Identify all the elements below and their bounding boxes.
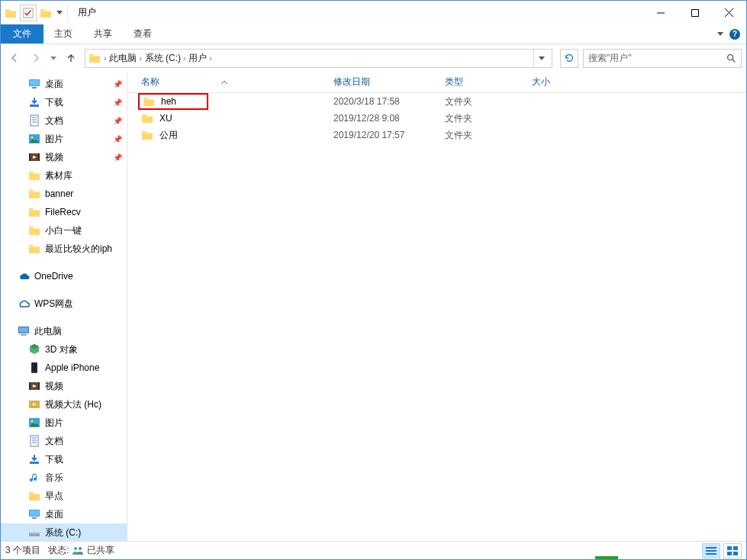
file-name: heh <box>161 96 176 107</box>
nav-item[interactable]: 图片 <box>1 414 127 432</box>
file-row[interactable]: 公用2019/12/20 17:57文件夹 <box>127 127 746 143</box>
view-tiles-button[interactable] <box>723 543 742 558</box>
column-name[interactable]: 名称 <box>127 72 327 92</box>
nav-item[interactable]: 系统 (C:) <box>1 523 127 541</box>
nav-item[interactable]: 小白一键 <box>1 221 127 240</box>
nav-item[interactable]: 音乐 <box>1 468 127 487</box>
download-icon <box>28 453 40 465</box>
help-button[interactable]: ? <box>729 29 740 40</box>
column-type[interactable]: 类型 <box>439 72 526 92</box>
download-icon <box>28 96 40 108</box>
nav-item[interactable]: 桌面 <box>1 505 127 523</box>
folder-icon <box>28 206 40 218</box>
drive-icon <box>28 526 40 539</box>
video-icon <box>28 151 40 163</box>
nav-item[interactable]: 视频大法 (Hc) <box>1 395 127 414</box>
nav-item[interactable]: banner <box>1 185 127 203</box>
title-bar: 用户 <box>1 1 746 24</box>
desktop-icon <box>28 508 40 520</box>
nav-item[interactable]: Apple iPhone <box>1 359 127 377</box>
sort-asc-icon <box>221 79 228 86</box>
folder-icon <box>141 129 153 141</box>
chevron-right-icon[interactable]: › <box>104 54 106 63</box>
nav-item[interactable]: 文档📌 <box>1 111 127 130</box>
refresh-button[interactable] <box>560 49 578 68</box>
nav-item[interactable]: 视频📌 <box>1 148 127 166</box>
folder-icon <box>28 188 40 200</box>
document-icon <box>28 114 40 127</box>
wps-icon <box>18 298 30 310</box>
nav-item[interactable]: 下载📌 <box>1 93 127 111</box>
breadcrumb-thispc[interactable]: 此电脑 › <box>109 52 141 65</box>
nav-item-label: 系统 (C:) <box>45 526 81 539</box>
nav-item[interactable]: 桌面📌 <box>1 75 127 93</box>
file-type: 文件夹 <box>439 95 526 108</box>
nav-item[interactable]: 此电脑 <box>1 322 127 340</box>
file-row[interactable]: XU2019/12/28 9:08文件夹 <box>127 110 746 127</box>
nav-item-label: 素材库 <box>45 169 72 182</box>
up-button[interactable] <box>62 49 80 67</box>
minimize-button[interactable] <box>643 2 678 24</box>
folder-icon <box>28 224 40 237</box>
tab-home[interactable]: 主页 <box>43 24 83 43</box>
close-button[interactable] <box>712 2 746 24</box>
nav-item[interactable]: 素材库 <box>1 166 127 185</box>
nav-item[interactable]: 早点 <box>1 487 127 505</box>
nav-item-label: WPS网盘 <box>34 298 73 311</box>
address-bar[interactable]: › 此电脑 › 系统 (C:) › 用户 › <box>85 49 552 68</box>
status-bar: 3 个项目 状态: 已共享 <box>1 541 746 559</box>
nav-item[interactable]: 视频 <box>1 377 127 395</box>
nav-item[interactable]: 下载 <box>1 450 127 468</box>
nav-item[interactable]: OneDrive <box>1 267 127 285</box>
nav-item-label: banner <box>45 188 73 199</box>
back-button[interactable] <box>5 49 24 67</box>
search-placeholder: 搜索"用户" <box>588 52 632 65</box>
file-row[interactable]: heh2020/3/18 17:58文件夹 <box>127 93 746 110</box>
nav-item-label: 图片 <box>45 417 63 430</box>
pin-icon: 📌 <box>113 135 122 143</box>
nav-item-label: OneDrive <box>34 271 73 282</box>
breadcrumb-users[interactable]: 用户 › <box>188 52 211 65</box>
qat-dropdown[interactable] <box>55 11 64 14</box>
view-details-button[interactable] <box>702 543 720 558</box>
nav-item[interactable]: WPS网盘 <box>1 294 127 313</box>
nav-item[interactable]: 图片📌 <box>1 130 127 148</box>
breadcrumb-drive[interactable]: 系统 (C:) › <box>145 52 186 65</box>
navigation-pane[interactable]: 桌面📌下载📌文档📌图片📌视频📌素材库bannerFileRecv小白一键最近比较… <box>1 72 127 541</box>
folder-icon <box>28 169 40 182</box>
nav-item[interactable]: 最近比较火的iph <box>1 240 127 258</box>
nav-item[interactable]: 3D 对象 <box>1 340 127 359</box>
nav-item-label: 视频大法 (Hc) <box>45 398 101 411</box>
ribbon-expand-icon[interactable] <box>717 32 723 36</box>
maximize-button[interactable] <box>678 2 712 24</box>
tab-share[interactable]: 共享 <box>83 24 123 43</box>
file-tab[interactable]: 文件 <box>1 24 43 43</box>
file-list-pane: 名称 修改日期 类型 大小 heh2020/3/18 17:58文件夹XU201… <box>127 72 746 541</box>
nav-item[interactable]: 文档 <box>1 432 127 450</box>
address-history-dropdown[interactable] <box>533 50 549 67</box>
column-date[interactable]: 修改日期 <box>327 72 439 92</box>
tab-view[interactable]: 查看 <box>123 24 163 43</box>
nav-item[interactable]: FileRecv <box>1 203 127 221</box>
phone-icon <box>28 362 40 374</box>
forward-button[interactable] <box>27 49 45 67</box>
pin-icon: 📌 <box>113 80 122 89</box>
folder-icon <box>28 243 40 255</box>
nav-item-label: 桌面 <box>45 78 63 91</box>
item-count: 3 个项目 <box>5 544 40 557</box>
pin-icon: 📌 <box>113 153 122 162</box>
file-date: 2019/12/28 9:08 <box>327 113 439 124</box>
recent-dropdown[interactable] <box>48 49 59 67</box>
search-input[interactable]: 搜索"用户" <box>583 49 742 68</box>
nav-address-row: › 此电脑 › 系统 (C:) › 用户 › 搜索"用户" <box>1 44 746 72</box>
onedrive-icon <box>18 270 30 282</box>
search-icon[interactable] <box>726 53 736 63</box>
desktop-icon <box>28 78 40 90</box>
file-type: 文件夹 <box>439 129 526 142</box>
folder-icon <box>141 112 153 124</box>
qat-properties-button[interactable] <box>20 5 37 21</box>
status-value: 已共享 <box>87 544 114 557</box>
nav-item-label: 视频 <box>45 380 63 393</box>
column-size[interactable]: 大小 <box>526 72 587 92</box>
nav-item-label: Apple iPhone <box>45 362 99 373</box>
